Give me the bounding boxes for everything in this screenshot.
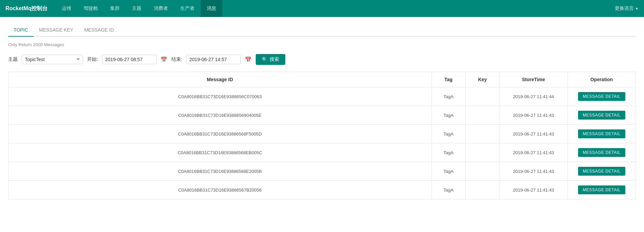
message-detail-button[interactable]: MESSAGE DETAIL <box>578 92 625 101</box>
tab-topic[interactable]: TOPIC <box>8 24 34 37</box>
cell-message-id: C0A8016BB31C73D16E93886567B20056 <box>9 181 431 199</box>
table-row: C0A8016BB31C73D16E93886568EB005CTagA2019… <box>9 143 635 162</box>
table-row: C0A8016BB31C73D16E9388656904005ETagA2019… <box>9 106 635 125</box>
chevron-down-icon: ▼ <box>635 7 639 11</box>
cell-operation: MESSAGE DETAIL <box>567 87 635 106</box>
col-message-id: Message ID <box>9 72 431 87</box>
cell-store-time: 2019-06-27 11:41:43 <box>499 143 567 162</box>
cell-operation: MESSAGE DETAIL <box>567 106 635 125</box>
cell-operation: MESSAGE DETAIL <box>567 181 635 199</box>
cell-key <box>465 87 499 106</box>
cell-store-time: 2019-06-27 11:41:44 <box>499 87 567 106</box>
cell-message-id: C0A8016BB31C73D16E93886568E2005B <box>9 162 431 181</box>
table-row: C0A8016BB31C73D16E93886567B20056TagA2019… <box>9 181 635 199</box>
messages-table: Message ID Tag Key StoreTime Operation C… <box>9 72 635 199</box>
nav-item-xiaxi[interactable]: 消息 <box>201 0 222 17</box>
cell-message-id: C0A8016BB31C73D16E93886568F5005D <box>9 125 431 143</box>
topic-select[interactable]: TopicTest <box>22 55 83 64</box>
lang-switcher[interactable]: 更换语言 ▼ <box>615 5 639 12</box>
navbar: RocketMq控制台 运维 驾驶舱 集群 主题 消费者 生产者 消息 更换语言… <box>0 0 644 17</box>
nav-item-jiashicang[interactable]: 驾驶舱 <box>78 0 104 17</box>
cell-key <box>465 106 499 125</box>
search-button[interactable]: 🔍 搜索 <box>256 54 285 65</box>
start-date-input[interactable] <box>102 55 156 64</box>
message-detail-button[interactable]: MESSAGE DETAIL <box>578 185 625 194</box>
col-operation: Operation <box>567 72 635 87</box>
cell-key <box>465 162 499 181</box>
tab-message-key[interactable]: MESSAGE KEY <box>34 24 79 37</box>
cell-key <box>465 181 499 199</box>
cell-tag: TagA <box>431 143 465 162</box>
col-store-time: StoreTime <box>499 72 567 87</box>
message-detail-button[interactable]: MESSAGE DETAIL <box>578 148 625 157</box>
nav-item-jiqun[interactable]: 集群 <box>104 0 126 17</box>
cell-store-time: 2019-06-27 11:41:43 <box>499 125 567 143</box>
nav-item-xiaofeizhe[interactable]: 消费者 <box>148 0 174 17</box>
navbar-menu: 运维 驾驶舱 集群 主题 消费者 生产者 消息 <box>56 0 615 17</box>
end-label: 结束: <box>171 56 182 63</box>
nav-item-yunwei[interactable]: 运维 <box>56 0 78 17</box>
cell-message-id: C0A8016BB31C73D16E9388656C070063 <box>9 87 431 106</box>
search-tabs: TOPIC MESSAGE KEY MESSAGE ID <box>8 24 636 37</box>
nav-item-shengchanzhe[interactable]: 生产者 <box>174 0 201 17</box>
cell-key <box>465 125 499 143</box>
cell-tag: TagA <box>431 125 465 143</box>
search-icon: 🔍 <box>262 57 268 62</box>
tab-message-id[interactable]: MESSAGE ID <box>79 24 119 37</box>
messages-table-wrap: Message ID Tag Key StoreTime Operation C… <box>8 72 636 199</box>
cell-key <box>465 143 499 162</box>
cell-message-id: C0A8016BB31C73D16E93886568EB005C <box>9 143 431 162</box>
cell-tag: TagA <box>431 162 465 181</box>
message-detail-button[interactable]: MESSAGE DETAIL <box>578 111 625 120</box>
end-calendar-icon[interactable]: 📅 <box>245 56 252 63</box>
message-detail-button[interactable]: MESSAGE DETAIL <box>578 167 625 176</box>
search-bar: 主题 TopicTest 开始: 📅 结束: 📅 🔍 搜索 <box>8 54 636 65</box>
cell-tag: TagA <box>431 106 465 125</box>
cell-store-time: 2019-06-27 11:41:43 <box>499 181 567 199</box>
cell-tag: TagA <box>431 87 465 106</box>
main-content: TOPIC MESSAGE KEY MESSAGE ID Only Return… <box>0 17 644 206</box>
end-date-input[interactable] <box>186 55 241 64</box>
table-row: C0A8016BB31C73D16E9388656C070063TagA2019… <box>9 87 635 106</box>
col-key: Key <box>465 72 499 87</box>
col-tag: Tag <box>431 72 465 87</box>
lang-label: 更换语言 <box>615 5 634 12</box>
table-row: C0A8016BB31C73D16E93886568E2005BTagA2019… <box>9 162 635 181</box>
hint-text: Only Return 2000 Messages <box>8 42 636 47</box>
start-calendar-icon[interactable]: 📅 <box>160 56 167 63</box>
cell-operation: MESSAGE DETAIL <box>567 125 635 143</box>
cell-operation: MESSAGE DETAIL <box>567 143 635 162</box>
search-btn-label: 搜索 <box>270 56 279 63</box>
message-detail-button[interactable]: MESSAGE DETAIL <box>578 129 625 138</box>
topic-label: 主题 <box>8 56 18 63</box>
table-header-row: Message ID Tag Key StoreTime Operation <box>9 72 635 87</box>
cell-store-time: 2019-06-27 11:41:43 <box>499 162 567 181</box>
cell-operation: MESSAGE DETAIL <box>567 162 635 181</box>
cell-tag: TagA <box>431 181 465 199</box>
navbar-brand: RocketMq控制台 <box>5 5 48 12</box>
nav-item-zhuti[interactable]: 主题 <box>126 0 148 17</box>
table-row: C0A8016BB31C73D16E93886568F5005DTagA2019… <box>9 125 635 143</box>
start-label: 开始: <box>87 56 98 63</box>
cell-message-id: C0A8016BB31C73D16E9388656904005E <box>9 106 431 125</box>
cell-store-time: 2019-06-27 11:41:43 <box>499 106 567 125</box>
